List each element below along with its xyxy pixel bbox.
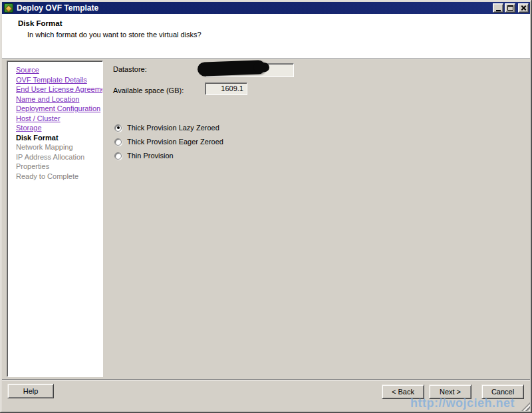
sidebar-item-host-cluster[interactable]: Host / Cluster (16, 114, 100, 124)
minimize-icon (496, 10, 501, 11)
page-title: Disk Format (18, 19, 62, 27)
radio-label: Thick Provision Lazy Zeroed (127, 124, 219, 132)
header-divider (2, 58, 530, 59)
cancel-button[interactable]: Cancel (481, 384, 524, 399)
sidebar-item-network-mapping: Network Mapping (16, 142, 100, 152)
sidebar-item-disk-format-current: Disk Format (16, 133, 100, 143)
radio-button-icon[interactable] (114, 124, 122, 132)
help-button[interactable]: Help (7, 384, 54, 398)
close-icon (521, 5, 527, 11)
page-subtitle: In which format do you want to store the… (27, 31, 201, 39)
sidebar-item-ready-to-complete: Ready to Complete (16, 172, 100, 182)
sidebar-item-name-and-location[interactable]: Name and Location (16, 94, 100, 104)
ovf-deploy-icon (4, 3, 13, 13)
radio-label: Thick Provision Eager Zeroed (127, 138, 223, 146)
radio-thick-provision-lazy-zeroed[interactable]: Thick Provision Lazy Zeroed (114, 124, 219, 132)
available-space-label: Available space (GB): (113, 86, 184, 94)
datastore-value-field (205, 63, 294, 77)
wizard-steps-panel: Source OVF Template Details End User Lic… (7, 61, 103, 377)
redaction-scribble (198, 60, 266, 76)
sidebar-item-deployment-configuration[interactable]: Deployment Configuration (16, 104, 100, 114)
footer-divider (2, 379, 530, 380)
radio-label: Thin Provision (127, 152, 174, 160)
radio-thin-provision[interactable]: Thin Provision (114, 152, 174, 160)
resize-grip-icon[interactable] (521, 402, 530, 411)
sidebar-item-storage[interactable]: Storage (16, 123, 100, 133)
radio-thick-provision-eager-zeroed[interactable]: Thick Provision Eager Zeroed (114, 138, 223, 146)
sidebar-item-ip-address-allocation: IP Address Allocation (16, 152, 100, 162)
datastore-label: Datastore: (113, 65, 147, 73)
back-button[interactable]: < Back (382, 384, 424, 399)
close-button[interactable] (518, 3, 529, 13)
radio-button-icon[interactable] (114, 152, 122, 160)
window-title: Deploy OVF Template (17, 3, 493, 13)
wizard-header: Disk Format In which format do you want … (2, 14, 530, 58)
titlebar[interactable]: Deploy OVF Template (2, 2, 530, 14)
sidebar-item-source[interactable]: Source (16, 65, 100, 75)
deploy-ovf-template-dialog: Deploy OVF Template Disk Format In which… (0, 0, 532, 413)
minimize-button[interactable] (493, 3, 503, 13)
sidebar-item-end-user-license-agreement[interactable]: End User License Agreement (16, 84, 100, 94)
maximize-button[interactable] (505, 3, 515, 13)
available-space-value: 1609.1 (205, 82, 247, 95)
next-button[interactable]: Next > (429, 384, 471, 399)
sidebar-item-properties: Properties (16, 162, 100, 172)
maximize-icon (507, 5, 513, 11)
sidebar-item-ovf-template-details[interactable]: OVF Template Details (16, 75, 100, 85)
radio-button-icon[interactable] (114, 138, 122, 146)
